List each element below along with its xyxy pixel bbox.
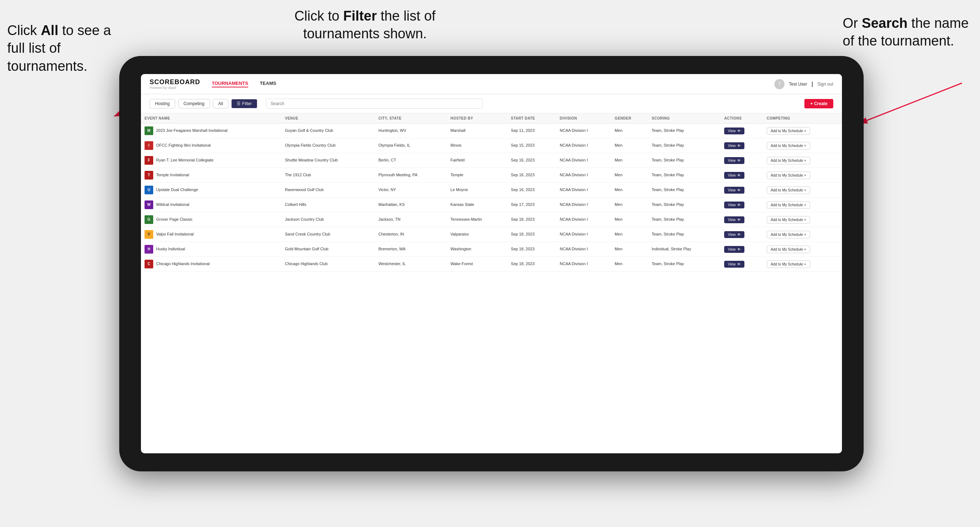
team-logo-9: C — [145, 260, 153, 268]
gender-cell-9: Men — [611, 257, 648, 271]
event-name-cell-5: W Wildcat Invitational — [141, 198, 282, 213]
schedule-button-6[interactable]: Add to My Schedule + — [767, 216, 810, 224]
nav-right: T Test User | Sign out — [775, 79, 833, 89]
schedule-button-9[interactable]: Add to My Schedule + — [767, 260, 810, 268]
view-button-3[interactable]: View 👁 — [724, 172, 745, 179]
city-state-cell-6: Jackson, TN — [375, 213, 447, 227]
team-logo-5: W — [145, 200, 153, 209]
city-state-cell-9: Westchester, IL — [375, 257, 447, 271]
view-label-4: View — [728, 188, 736, 192]
actions-cell-1: View 👁 — [721, 138, 763, 153]
view-label-7: View — [728, 233, 736, 237]
event-name-cell-4: U Upstate Dual Challenge — [141, 183, 282, 198]
hosted-by-cell-1: Illinois — [447, 138, 508, 153]
annotation-topcenter: Click to Filter the list oftournaments s… — [253, 7, 477, 43]
table-row: U Upstate Dual Challenge Ravenwood Golf … — [141, 183, 842, 198]
city-state-cell-3: Plymouth Meeting, PA — [375, 168, 447, 183]
col-gender: GENDER — [611, 113, 648, 124]
team-logo-8: H — [145, 245, 153, 254]
schedule-button-2[interactable]: Add to My Schedule + — [767, 157, 810, 164]
division-cell-6: NCAA Division I — [556, 213, 611, 227]
schedule-button-4[interactable]: Add to My Schedule + — [767, 186, 810, 194]
eye-icon-3: 👁 — [737, 173, 741, 177]
filter-button[interactable]: ☰ Filter — [231, 99, 257, 108]
schedule-button-5[interactable]: Add to My Schedule + — [767, 201, 810, 209]
eye-icon-2: 👁 — [737, 159, 741, 162]
view-button-0[interactable]: View 👁 — [724, 127, 745, 134]
user-avatar: T — [775, 79, 784, 89]
gender-cell-8: Men — [611, 242, 648, 257]
event-name-3: Temple Invitational — [156, 172, 189, 178]
create-button[interactable]: + Create — [804, 99, 833, 108]
actions-cell-6: View 👁 — [721, 213, 763, 227]
start-date-cell-6: Sep 18, 2023 — [508, 213, 556, 227]
event-name-cell-0: M 2023 Joe Feaganes Marshall Invitationa… — [141, 124, 282, 138]
venue-cell-8: Gold Mountain Golf Club — [282, 242, 375, 257]
view-button-8[interactable]: View 👁 — [724, 246, 745, 253]
logo-text: SCOREBOARD — [150, 78, 200, 86]
eye-icon-9: 👁 — [737, 262, 741, 266]
start-date-cell-1: Sep 15, 2023 — [508, 138, 556, 153]
team-logo-7: V — [145, 230, 153, 239]
scoring-cell-0: Team, Stroke Play — [648, 124, 721, 138]
schedule-button-7[interactable]: Add to My Schedule + — [767, 231, 810, 238]
event-name-7: Valpo Fall Invitational — [156, 232, 194, 237]
start-date-cell-3: Sep 16, 2023 — [508, 168, 556, 183]
start-date-cell-4: Sep 16, 2023 — [508, 183, 556, 198]
event-name-2: Ryan T. Lee Memorial Collegiate — [156, 157, 213, 163]
hosted-by-cell-9: Wake Forest — [447, 257, 508, 271]
view-button-1[interactable]: View 👁 — [724, 142, 745, 149]
eye-icon-6: 👁 — [737, 218, 741, 222]
city-state-cell-8: Bremerton, WA — [375, 242, 447, 257]
competing-cell-0: Add to My Schedule + — [763, 124, 842, 138]
scoring-cell-3: Team, Stroke Play — [648, 168, 721, 183]
competing-button[interactable]: Competing — [178, 99, 210, 108]
tournaments-table: EVENT NAME VENUE CITY, STATE HOSTED BY S… — [141, 113, 842, 271]
schedule-button-0[interactable]: Add to My Schedule + — [767, 127, 810, 135]
view-label-8: View — [728, 248, 736, 251]
start-date-cell-2: Sep 16, 2023 — [508, 153, 556, 168]
city-state-cell-0: Huntington, WV — [375, 124, 447, 138]
nav-signout[interactable]: Sign out — [818, 82, 833, 87]
eye-icon-4: 👁 — [737, 188, 741, 192]
division-cell-0: NCAA Division I — [556, 124, 611, 138]
tablet-screen: SCOREBOARD Powered by clippd TOURNAMENTS… — [141, 74, 842, 453]
filter-bar: Hosting Competing All ☰ Filter + Create — [141, 94, 842, 113]
view-button-4[interactable]: View 👁 — [724, 187, 745, 194]
city-state-cell-7: Chesterton, IN — [375, 227, 447, 242]
logo-area: SCOREBOARD Powered by clippd — [150, 78, 200, 90]
view-button-9[interactable]: View 👁 — [724, 261, 745, 268]
view-label-6: View — [728, 218, 736, 222]
division-cell-8: NCAA Division I — [556, 242, 611, 257]
schedule-button-1[interactable]: Add to My Schedule + — [767, 142, 810, 149]
event-name-cell-1: I OFCC Fighting Illini Invitational — [141, 138, 282, 153]
competing-cell-8: Add to My Schedule + — [763, 242, 842, 257]
gender-cell-0: Men — [611, 124, 648, 138]
view-button-7[interactable]: View 👁 — [724, 231, 745, 238]
schedule-button-8[interactable]: Add to My Schedule + — [767, 246, 810, 253]
team-logo-6: G — [145, 215, 153, 224]
filter-label: Filter — [242, 101, 252, 106]
scoring-cell-7: Team, Stroke Play — [648, 227, 721, 242]
venue-cell-9: Chicago Highlands Club — [282, 257, 375, 271]
gender-cell-3: Men — [611, 168, 648, 183]
table-row: G Grover Page Classic Jackson Country Cl… — [141, 213, 842, 227]
col-actions: ACTIONS — [721, 113, 763, 124]
scoring-cell-1: Team, Stroke Play — [648, 138, 721, 153]
all-button[interactable]: All — [213, 99, 228, 108]
view-button-2[interactable]: View 👁 — [724, 157, 745, 164]
hosting-button[interactable]: Hosting — [150, 99, 175, 108]
view-label-3: View — [728, 173, 736, 177]
venue-cell-3: The 1912 Club — [282, 168, 375, 183]
event-name-1: OFCC Fighting Illini Invitational — [156, 143, 211, 148]
nav-tournaments[interactable]: TOURNAMENTS — [212, 81, 248, 87]
search-input[interactable] — [266, 98, 483, 109]
view-button-5[interactable]: View 👁 — [724, 202, 745, 208]
hosted-by-cell-2: Fairfield — [447, 153, 508, 168]
event-name-5: Wildcat Invitational — [156, 202, 189, 207]
schedule-button-3[interactable]: Add to My Schedule + — [767, 171, 810, 179]
hosted-by-cell-5: Kansas State — [447, 198, 508, 213]
nav-teams[interactable]: TEAMS — [260, 81, 277, 87]
view-button-6[interactable]: View 👁 — [724, 216, 745, 223]
filter-icon: ☰ — [237, 101, 241, 106]
